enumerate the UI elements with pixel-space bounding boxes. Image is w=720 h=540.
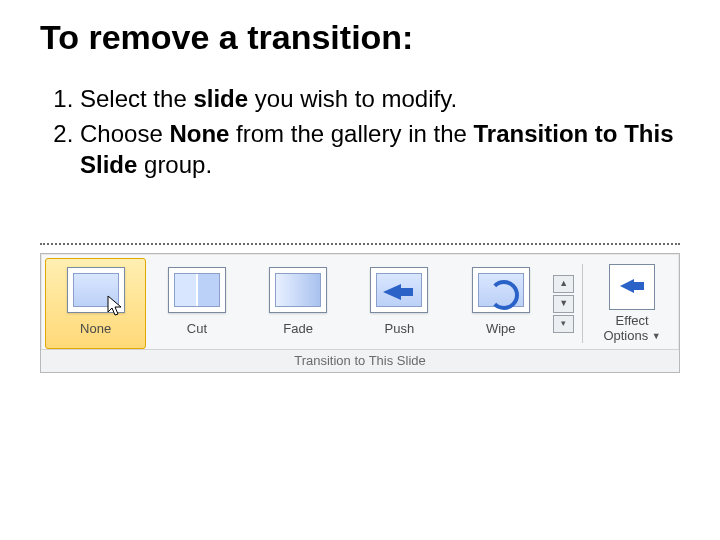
text: you wish to modify. <box>248 85 457 112</box>
step-2: Choose None from the gallery in the Tran… <box>80 118 680 180</box>
thumb-wipe <box>472 267 530 313</box>
transition-push[interactable]: Push <box>349 258 450 350</box>
thumb-fade <box>269 267 327 313</box>
separator <box>582 264 583 344</box>
ribbon-group-caption: Transition to This Slide <box>41 349 679 372</box>
ribbon-screenshot: None Cut Fade Push Wipe <box>40 243 680 374</box>
cursor-icon <box>106 294 128 318</box>
text-bold: None <box>169 120 229 147</box>
thumb-push <box>370 267 428 313</box>
effect-options-icon <box>609 264 655 310</box>
transitions-ribbon: None Cut Fade Push Wipe <box>40 253 680 374</box>
thumb-cut <box>168 267 226 313</box>
gallery-scroll-up[interactable]: ▲ <box>553 275 574 293</box>
svg-marker-0 <box>108 296 121 315</box>
page-title: To remove a transition: <box>40 18 680 57</box>
transition-label: Fade <box>253 321 344 336</box>
text: Select the <box>80 85 193 112</box>
chevron-down-icon: ▼ <box>652 331 661 341</box>
transition-gallery: None Cut Fade Push Wipe <box>41 254 679 350</box>
transition-label: Cut <box>151 321 242 336</box>
transition-wipe[interactable]: Wipe <box>450 258 551 350</box>
text: from the gallery in the <box>229 120 473 147</box>
gallery-expand[interactable]: ▾ <box>553 315 574 333</box>
instruction-list: Select the slide you wish to modify. Cho… <box>40 83 680 181</box>
text: Choose <box>80 120 169 147</box>
transition-fade[interactable]: Fade <box>248 258 349 350</box>
step-1: Select the slide you wish to modify. <box>80 83 680 114</box>
transition-cut[interactable]: Cut <box>146 258 247 350</box>
effect-options-button[interactable]: Effect Options ▼ <box>589 258 675 350</box>
transition-label: Push <box>354 321 445 336</box>
text: group. <box>137 151 212 178</box>
transition-label: None <box>50 321 141 336</box>
thumb-none <box>67 267 125 313</box>
gallery-scroll-down[interactable]: ▼ <box>553 295 574 313</box>
transition-label: Wipe <box>455 321 546 336</box>
gallery-scroll: ▲ ▼ ▾ <box>551 258 576 350</box>
transition-none[interactable]: None <box>45 258 146 350</box>
text-bold: slide <box>193 85 248 112</box>
effect-options-label: Effect Options ▼ <box>591 314 673 344</box>
